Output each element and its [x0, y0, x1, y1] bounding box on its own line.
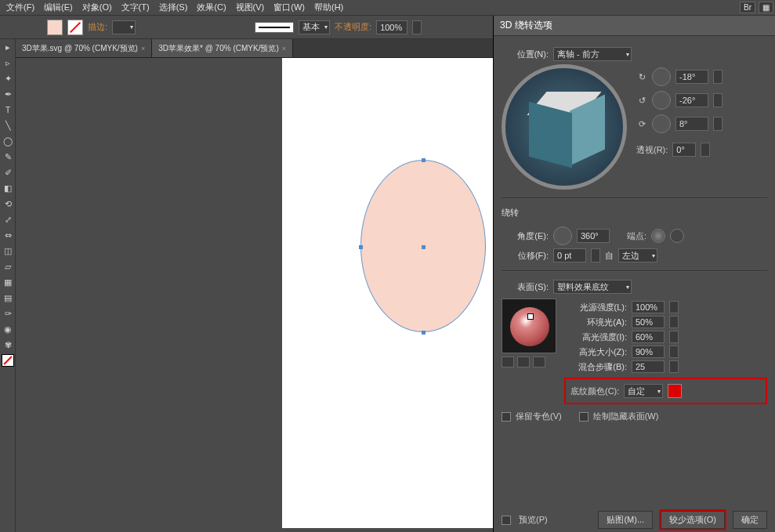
surface-preview[interactable]: [502, 299, 556, 353]
highlight-size-slider[interactable]: [669, 346, 679, 358]
eraser-tool[interactable]: ◧: [0, 180, 16, 196]
rotz-icon: ⟳: [636, 119, 647, 129]
bridge-badge[interactable]: Br: [740, 2, 755, 13]
scale-tool[interactable]: ⤢: [0, 212, 16, 227]
stroke-swatch[interactable]: [67, 20, 83, 35]
tab-1-close-icon[interactable]: ×: [141, 45, 145, 52]
offset-label: 位移(F):: [502, 250, 549, 262]
menu-window[interactable]: 窗口(W): [269, 2, 310, 13]
shapebuilder-tool[interactable]: ◫: [0, 243, 16, 259]
shape-tool[interactable]: ◯: [0, 133, 16, 149]
rotx-knob[interactable]: [652, 67, 671, 86]
pen-tool[interactable]: ✒: [0, 86, 16, 102]
stroke-style-preview[interactable]: [255, 22, 294, 33]
angle-input[interactable]: [577, 229, 610, 243]
menu-text[interactable]: 文字(T): [117, 2, 154, 13]
perspective-tool[interactable]: ▱: [0, 259, 16, 274]
anchor-bottom[interactable]: [422, 331, 426, 335]
perspective-label: 透视(R):: [636, 144, 668, 156]
fill-swatch[interactable]: [47, 20, 63, 35]
rotate-tool[interactable]: ⟲: [0, 196, 16, 212]
roty-input[interactable]: [675, 93, 708, 107]
shading-color-dropdown[interactable]: 自定: [624, 384, 663, 398]
menu-view[interactable]: 视图(V): [231, 2, 270, 13]
brush-tool[interactable]: ✎: [0, 149, 16, 165]
gradient-tool[interactable]: ▤: [0, 290, 16, 306]
eyedropper-tool[interactable]: ✑: [0, 306, 16, 321]
pencil-tool[interactable]: ✐: [0, 165, 16, 180]
from-dropdown[interactable]: 左边: [618, 248, 657, 262]
tab-2[interactable]: 3D苹果效果* @ 70% (CMYK/预览)×: [152, 39, 293, 57]
draw-hidden-checkbox[interactable]: [579, 412, 588, 422]
light-intensity-slider[interactable]: [669, 301, 679, 313]
blend-steps-input[interactable]: [632, 360, 665, 373]
ambient-input[interactable]: [632, 316, 665, 328]
highlight-size-label: 高光大小(Z):: [564, 346, 627, 358]
opacity-stepper[interactable]: [412, 20, 422, 34]
offset-input[interactable]: [553, 248, 586, 262]
rotx-stepper[interactable]: [713, 70, 722, 84]
preview-checkbox[interactable]: [502, 516, 511, 525]
fewer-options-button[interactable]: 较少选项(O): [661, 511, 725, 529]
menu-edit[interactable]: 编辑(E): [39, 2, 78, 13]
light-back-button[interactable]: [502, 356, 514, 367]
menu-effect[interactable]: 效果(C): [192, 2, 230, 13]
blend-steps-label: 混合步骤(B):: [564, 361, 627, 373]
offset-stepper[interactable]: [591, 248, 600, 262]
stroke-weight-dropdown[interactable]: [112, 20, 136, 34]
angle-knob[interactable]: [553, 226, 572, 245]
anchor-top[interactable]: [422, 158, 426, 162]
menu-help[interactable]: 帮助(H): [310, 2, 348, 13]
cap-on-button[interactable]: [651, 229, 665, 243]
preserve-spot-checkbox[interactable]: [502, 412, 511, 422]
rotz-stepper[interactable]: [713, 117, 722, 131]
highlight-intensity-input[interactable]: [632, 331, 665, 343]
blend-steps-slider[interactable]: [669, 360, 679, 373]
rotz-input[interactable]: [675, 117, 708, 131]
fill-stroke-indicator[interactable]: [2, 354, 14, 367]
surface-dropdown[interactable]: 塑料效果底纹: [553, 280, 632, 294]
tab-2-close-icon[interactable]: ×: [282, 45, 286, 52]
wand-tool[interactable]: ✦: [0, 71, 16, 86]
mesh-tool[interactable]: ▦: [0, 274, 16, 290]
menu-file[interactable]: 文件(F): [2, 2, 39, 13]
menu-object[interactable]: 对象(O): [78, 2, 117, 13]
cap-off-button[interactable]: [670, 229, 684, 243]
3d-preview[interactable]: [502, 64, 627, 190]
type-tool[interactable]: T: [0, 102, 16, 118]
roty-stepper[interactable]: [713, 93, 722, 107]
highlight-size-input[interactable]: [632, 346, 665, 358]
anchor-center[interactable]: [422, 245, 426, 249]
rotx-input[interactable]: [675, 70, 708, 84]
stroke-style-dropdown[interactable]: 基本: [299, 20, 330, 34]
position-dropdown[interactable]: 离轴 - 前方: [553, 47, 632, 61]
tab-1[interactable]: 3D苹果.svg @ 70% (CMYK/预览)×: [16, 39, 152, 57]
width-tool[interactable]: ⇔: [0, 227, 16, 243]
light-delete-button[interactable]: [533, 356, 545, 367]
direct-select-tool[interactable]: ▹: [0, 55, 16, 71]
selection-tool[interactable]: ▸: [0, 39, 16, 55]
surface-label: 表面(S):: [502, 281, 549, 293]
preserve-spot-label: 保留专色(V): [516, 411, 562, 422]
arrange-docs-icon[interactable]: ▦: [759, 2, 773, 13]
line-tool[interactable]: ╲: [0, 118, 16, 133]
light-handle[interactable]: [527, 313, 534, 320]
anchor-left[interactable]: [359, 245, 363, 249]
angle-label: 角度(E):: [502, 230, 549, 242]
perspective-stepper[interactable]: [701, 143, 710, 157]
shading-color-swatch[interactable]: [668, 384, 682, 398]
light-intensity-input[interactable]: [632, 301, 665, 313]
ambient-slider[interactable]: [669, 316, 679, 328]
highlight-intensity-slider[interactable]: [669, 331, 679, 343]
ok-button[interactable]: 确定: [733, 511, 767, 529]
symbol-tool[interactable]: ✾: [0, 337, 16, 353]
blend-tool[interactable]: ◉: [0, 321, 16, 337]
roty-knob[interactable]: [652, 91, 671, 110]
opacity-input[interactable]: 100%: [376, 20, 407, 34]
rotz-knob[interactable]: [652, 114, 671, 133]
light-new-button[interactable]: [517, 356, 530, 367]
perspective-input[interactable]: [672, 143, 696, 157]
menu-select[interactable]: 选择(S): [154, 2, 193, 13]
ellipse-shape[interactable]: [360, 160, 486, 332]
map-art-button[interactable]: 贴图(M)...: [598, 511, 653, 529]
